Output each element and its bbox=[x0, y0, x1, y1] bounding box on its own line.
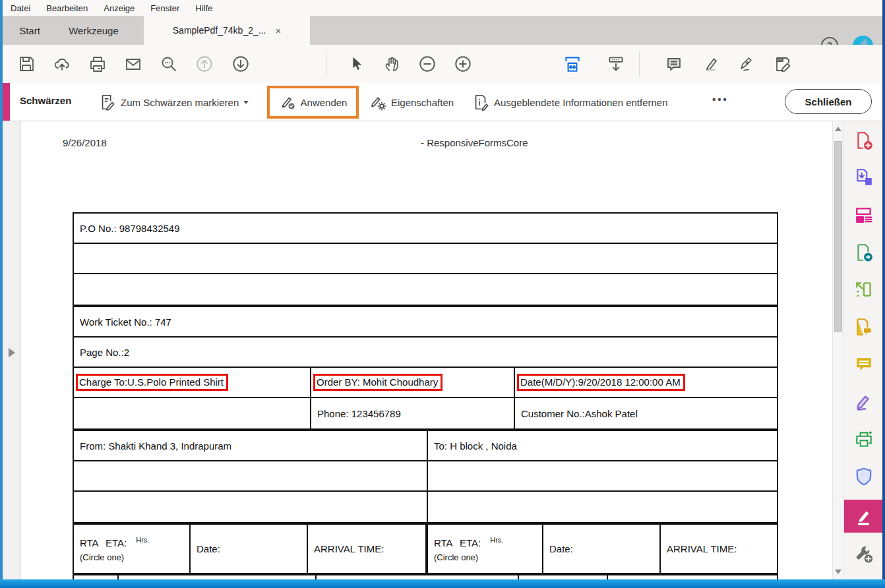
table-row bbox=[74, 492, 777, 525]
organize-pages-icon[interactable] bbox=[854, 279, 874, 299]
zoom-out-icon[interactable] bbox=[415, 52, 439, 76]
comment-tool-icon[interactable] bbox=[854, 355, 874, 374]
table-row bbox=[74, 461, 777, 492]
remove-hidden-info-icon bbox=[472, 94, 489, 111]
fit-width-icon[interactable] bbox=[561, 52, 584, 76]
fill-sign-icon[interactable] bbox=[771, 52, 795, 76]
export-pdf-icon[interactable] bbox=[854, 243, 874, 262]
apply-redactions-icon bbox=[279, 94, 296, 111]
date-cell: Date(M/D/Y):9/20/2018 12:00:00 AM bbox=[514, 368, 777, 397]
mark-redaction-label: Zum Schwärzen markieren bbox=[121, 97, 239, 108]
print-production-icon[interactable] bbox=[854, 429, 874, 449]
properties-icon bbox=[369, 94, 386, 111]
table-row: Work Ticket No.: 747 bbox=[74, 307, 777, 338]
phone-cell: Phone: 123456789 bbox=[310, 398, 514, 428]
page-header-title: - ResponsiveFormsCore bbox=[421, 137, 528, 148]
protect-icon[interactable] bbox=[854, 467, 874, 486]
tab-bar: Start Werkzeuge SamplePdf_74kb_2_... × ? bbox=[3, 16, 882, 45]
apply-redactions-label: Anwenden bbox=[301, 97, 348, 108]
redaction-mark[interactable]: Order BY: Mohit Choudhary bbox=[313, 374, 443, 391]
order-by-cell: Order BY: Mohit Choudhary bbox=[310, 368, 514, 397]
close-tab-icon[interactable]: × bbox=[275, 26, 281, 36]
po-no-cell: P.O No.: 98798432549 bbox=[74, 214, 777, 243]
sign-icon[interactable] bbox=[735, 52, 758, 76]
create-pdf-icon[interactable] bbox=[854, 131, 874, 150]
page-header-date: 9/26/2018 bbox=[63, 137, 107, 148]
redaction-properties-button[interactable]: Eigenschaften bbox=[369, 90, 454, 115]
more-tools-icon[interactable] bbox=[854, 544, 874, 564]
close-redact-button[interactable]: Schließen bbox=[785, 89, 872, 114]
menu-datei[interactable]: Datei bbox=[11, 3, 30, 13]
highlight-icon[interactable] bbox=[698, 52, 722, 76]
redact-tool-title: Schwärzen bbox=[20, 95, 71, 106]
document-scrollbar[interactable] bbox=[832, 121, 843, 579]
expand-panel-icon[interactable] bbox=[9, 348, 15, 357]
scroll-down-icon[interactable] bbox=[835, 570, 841, 574]
date-label-cell: Date: bbox=[542, 525, 659, 573]
redaction-toolbar: Schwärzen Zum Schwärzen markieren Anwend… bbox=[3, 83, 882, 121]
menu-hilfe[interactable]: Hilfe bbox=[195, 3, 212, 13]
table-row: RTA ETA:Hrs. (Circle one) Date: ARRIVAL … bbox=[74, 525, 777, 575]
select-tool-icon[interactable] bbox=[344, 52, 368, 76]
redact-accent-strip bbox=[3, 83, 10, 121]
next-page-icon[interactable] bbox=[229, 52, 253, 76]
print-icon[interactable] bbox=[86, 52, 109, 76]
email-icon[interactable] bbox=[121, 52, 145, 76]
scroll-up-icon[interactable] bbox=[835, 127, 841, 131]
scrollbar-thumb[interactable] bbox=[834, 141, 842, 332]
window-border bbox=[882, 0, 885, 588]
redaction-mark[interactable]: Charge To:U.S.Polo Printed Shirt bbox=[76, 374, 228, 391]
page-no-cell: Page No.:2 bbox=[74, 338, 777, 367]
work-ticket-table: P.O No.: 98798432549 Work Ticket No.: 74… bbox=[73, 212, 778, 579]
menu-bearbeiten[interactable]: Bearbeiten bbox=[46, 3, 88, 13]
send-for-comments-icon[interactable] bbox=[854, 317, 874, 337]
tools-sidebar bbox=[843, 121, 882, 579]
redaction-mark[interactable]: Date(M/D/Y):9/20/2018 12:00:00 AM bbox=[517, 374, 685, 391]
comment-icon[interactable] bbox=[662, 52, 686, 76]
tab-document[interactable]: SamplePdf_74kb_2_... × bbox=[144, 16, 310, 45]
hand-tool-icon[interactable] bbox=[380, 52, 404, 76]
window-border bbox=[0, 579, 885, 588]
toolbar-separator bbox=[326, 51, 326, 77]
cloud-upload-icon[interactable] bbox=[50, 52, 74, 76]
combine-files-icon[interactable] bbox=[854, 167, 874, 187]
tab-start[interactable]: Start bbox=[12, 16, 47, 45]
overflow-menu-icon[interactable]: ••• bbox=[712, 94, 729, 105]
fill-sign-tool-icon[interactable] bbox=[854, 392, 874, 411]
table-row: Phone: 123456789 Customer No.:Ashok Pate… bbox=[74, 398, 777, 431]
rta-eta-cell: RTA ETA:Hrs. (Circle one) bbox=[425, 525, 542, 573]
menu-bar: Datei Bearbeiten Anzeige Fenster Hilfe bbox=[0, 0, 885, 16]
zoom-in-icon[interactable] bbox=[451, 52, 475, 76]
chevron-down-icon bbox=[243, 101, 249, 104]
edit-pdf-icon[interactable] bbox=[854, 205, 874, 225]
rta-eta-cell: RTA ETA:Hrs. (Circle one) bbox=[74, 525, 189, 573]
main-toolbar: 1 / 2 106% bbox=[3, 45, 882, 83]
to-cell: To: H block , Noida bbox=[427, 431, 777, 460]
table-row: P.O No.: 98798432549 bbox=[74, 214, 777, 244]
acrobat-window: Datei Bearbeiten Anzeige Fenster Hilfe S… bbox=[0, 0, 885, 588]
mark-for-redaction-button[interactable]: Zum Schwärzen markieren bbox=[99, 90, 249, 115]
from-cell: From: Shakti Khand 3, Indrapuram bbox=[74, 431, 427, 460]
arrival-time-cell: ARRIVAL TIME: bbox=[307, 525, 425, 573]
table-row: Page No.:2 bbox=[74, 338, 777, 368]
apply-redactions-button[interactable]: Anwenden bbox=[267, 86, 359, 119]
page-display-icon[interactable] bbox=[604, 52, 628, 76]
pdf-page: 9/26/2018 - ResponsiveFormsCore P.O No.:… bbox=[21, 121, 832, 579]
arrival-time-cell: ARRIVAL TIME: bbox=[659, 525, 777, 573]
remove-hidden-info-button[interactable]: Ausgeblendete Informationen entfernen bbox=[472, 90, 668, 115]
window-border bbox=[0, 0, 3, 588]
menu-fenster[interactable]: Fenster bbox=[150, 3, 179, 13]
save-icon[interactable] bbox=[15, 52, 38, 76]
customer-no-cell: Customer No.:Ashok Patel bbox=[514, 398, 777, 428]
tab-werkzeuge[interactable]: Werkzeuge bbox=[61, 16, 127, 45]
search-icon[interactable] bbox=[157, 52, 181, 76]
redact-icon-active[interactable] bbox=[844, 500, 883, 533]
menu-anzeige[interactable]: Anzeige bbox=[104, 3, 135, 13]
toolbar-separator bbox=[639, 51, 640, 77]
date-label-cell: Date: bbox=[189, 525, 307, 573]
table-row: Charge To:U.S.Polo Printed Shirt Order B… bbox=[74, 368, 777, 398]
table-row bbox=[74, 244, 777, 274]
work-ticket-cell: Work Ticket No.: 747 bbox=[74, 307, 777, 336]
navigation-panel-strip bbox=[3, 121, 21, 579]
remove-hidden-info-label: Ausgeblendete Informationen entfernen bbox=[494, 97, 668, 108]
